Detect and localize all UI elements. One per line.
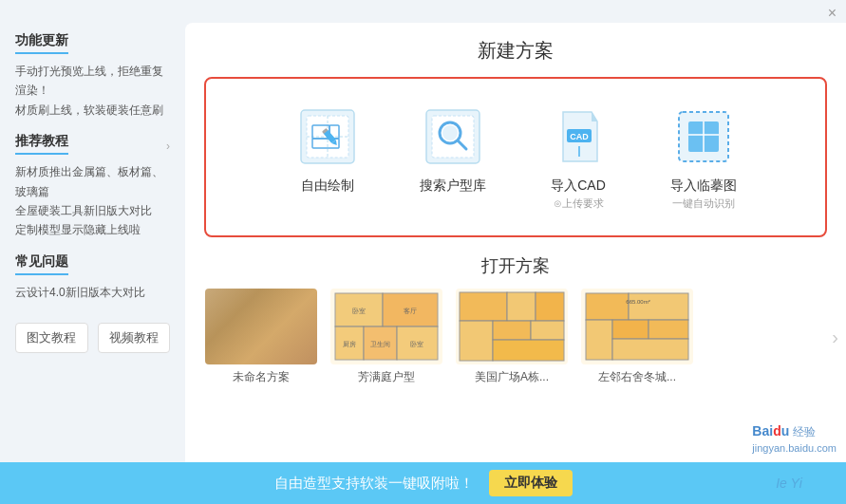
- svg-text:厨房: 厨房: [343, 341, 356, 347]
- sidebar-section-header: 功能更新: [15, 32, 170, 58]
- svg-rect-38: [493, 321, 531, 340]
- thumb-label-unnamed: 未命名方案: [233, 369, 290, 385]
- svg-text:CAD: CAD: [570, 132, 589, 141]
- thumb-label-zuoling: 左邻右舍冬城...: [598, 369, 676, 385]
- import-cad-sublabel: ⊙上传要求: [554, 196, 604, 211]
- content-area: 新建方案: [185, 23, 846, 462]
- faq-title: 常见问题: [15, 253, 68, 275]
- svg-text:665.00m²: 665.00m²: [626, 299, 649, 305]
- svg-rect-34: [460, 292, 507, 321]
- tutorial-content: 新材质推出金属篇、板材篇、玻璃篇全屋硬装工具新旧版大对比定制模型显示隐藏上线啦: [15, 162, 170, 240]
- open-project-next-arrow[interactable]: ›: [832, 327, 838, 348]
- sidebar-section-tutorial: 推荐教程 › 新材质推出金属篇、板材篇、玻璃篇全屋硬装工具新旧版大对比定制模型显…: [15, 133, 170, 240]
- thumb-unnamed[interactable]: 未命名方案: [204, 289, 318, 385]
- baidu-watermark: Baidu 经验jingyan.baidu.com: [752, 423, 837, 455]
- svg-rect-41: [586, 293, 629, 320]
- free-draw-icon: [294, 103, 361, 170]
- import-sketch-label: 导入临摹图: [670, 177, 737, 195]
- video-tutorial-button[interactable]: 视频教程: [98, 323, 171, 353]
- thumb-label-fangman: 芳满庭户型: [358, 369, 415, 385]
- text-tutorial-button[interactable]: 图文教程: [15, 323, 88, 353]
- new-project-box: 自由绘制 搜索户型库: [204, 77, 827, 237]
- svg-rect-39: [531, 321, 564, 340]
- banner-button[interactable]: 立即体验: [489, 470, 573, 496]
- svg-rect-40: [493, 340, 564, 361]
- thumb-img-fangman: 卧室 客厅 厨房 卫生间 卧室: [330, 289, 442, 364]
- ie-yi-watermark: Ie Yi: [732, 462, 846, 504]
- thumb-fangman[interactable]: 卧室 客厅 厨房 卫生间 卧室 芳满庭户型: [329, 289, 443, 385]
- thumb-meiguo[interactable]: 美国广场A栋...: [455, 289, 569, 385]
- sidebar-section-feature-update: 功能更新 手动打光预览上线，拒绝重复渲染！材质刷上线，软装硬装任意刷: [15, 32, 170, 120]
- search-template-icon: [420, 103, 486, 170]
- sidebar: 功能更新 手动打光预览上线，拒绝重复渲染！材质刷上线，软装硬装任意刷 推荐教程 …: [0, 23, 185, 462]
- svg-rect-35: [507, 292, 536, 321]
- feature-update-title: 功能更新: [15, 32, 68, 54]
- svg-rect-36: [536, 292, 564, 321]
- tutorial-arrow[interactable]: ›: [166, 140, 170, 153]
- sidebar-section-tutorial-header: 推荐教程 ›: [15, 133, 170, 159]
- import-sketch-icon: [670, 103, 737, 170]
- banner-text: 自由造型支持软装一键吸附啦！: [274, 475, 474, 493]
- tutorial-title: 推荐教程: [15, 133, 68, 155]
- faq-content: 云设计4.0新旧版本大对比: [15, 283, 170, 302]
- svg-text:客厅: 客厅: [404, 308, 417, 314]
- import-sketch-sublabel: 一键自动识别: [672, 196, 735, 211]
- svg-text:卧室: 卧室: [410, 341, 423, 347]
- svg-rect-46: [612, 339, 688, 360]
- close-button[interactable]: ×: [828, 6, 837, 21]
- svg-rect-44: [612, 320, 649, 339]
- svg-point-14: [442, 125, 458, 140]
- open-project-row: 未命名方案 卧室 客厅 厨房 卫生间: [204, 289, 827, 385]
- svg-text:卫生间: 卫生间: [370, 341, 390, 347]
- svg-rect-37: [460, 321, 493, 361]
- svg-rect-42: [629, 293, 688, 320]
- bottom-banner: 自由造型支持软装一键吸附啦！ 立即体验: [0, 462, 846, 504]
- thumb-label-meiguo: 美国广场A栋...: [475, 369, 549, 385]
- search-template-label: 搜索户型库: [420, 177, 486, 195]
- feature-update-content: 手动打光预览上线，拒绝重复渲染！材质刷上线，软装硬装任意刷: [15, 62, 170, 120]
- free-draw-label: 自由绘制: [301, 177, 354, 195]
- open-project-title: 打开方案: [204, 254, 827, 277]
- sidebar-section-faq: 常见问题 云设计4.0新旧版本大对比: [15, 253, 170, 302]
- thumb-zuoling[interactable]: 665.00m² 左邻右舍冬城...: [580, 289, 694, 385]
- baidu-logo: Baidu: [752, 423, 789, 439]
- import-cad-icon: CAD: [545, 103, 611, 170]
- svg-text:卧室: 卧室: [352, 308, 366, 314]
- thumb-img-zuoling: 665.00m²: [581, 289, 693, 364]
- thumb-img-meiguo: [456, 289, 568, 364]
- svg-rect-45: [649, 320, 688, 339]
- wood-texture: [205, 289, 317, 364]
- card-free-draw[interactable]: 自由绘制: [271, 94, 385, 220]
- card-search-template[interactable]: 搜索户型库: [396, 94, 510, 220]
- import-cad-label: 导入CAD: [551, 177, 606, 195]
- sidebar-buttons: 图文教程 视频教程: [15, 323, 170, 353]
- card-import-sketch[interactable]: 导入临摹图 一键自动识别: [647, 94, 761, 220]
- new-project-title: 新建方案: [204, 38, 827, 64]
- card-import-cad[interactable]: CAD 导入CAD ⊙上传要求: [521, 94, 635, 220]
- thumb-img-unnamed: [205, 289, 317, 364]
- main-layout: 功能更新 手动打光预览上线，拒绝重复渲染！材质刷上线，软装硬装任意刷 推荐教程 …: [0, 23, 846, 462]
- svg-rect-43: [586, 320, 612, 360]
- top-bar: ×: [0, 0, 846, 23]
- sidebar-section-faq-header: 常见问题: [15, 253, 170, 279]
